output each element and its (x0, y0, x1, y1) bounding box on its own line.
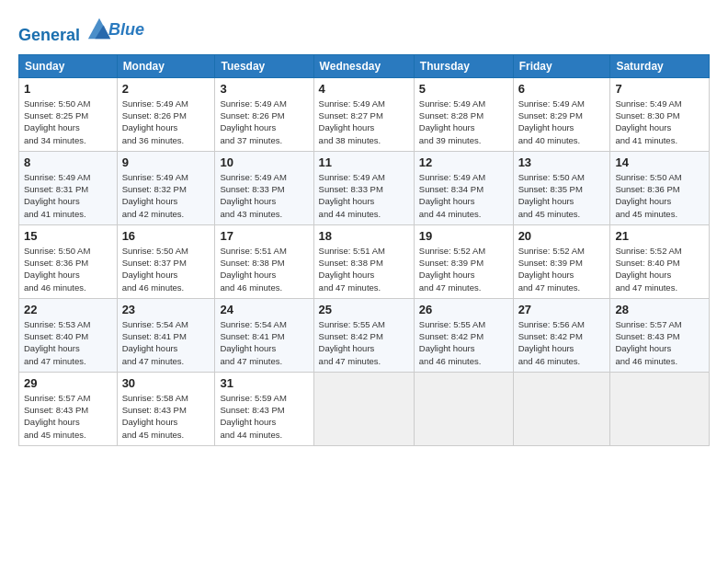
day-number: 24 (220, 303, 308, 316)
day-info: Sunrise: 5:58 AM Sunset: 8:43 PM Dayligh… (122, 392, 210, 441)
day-info: Sunrise: 5:57 AM Sunset: 8:43 PM Dayligh… (615, 318, 704, 367)
calendar-cell: 11 Sunrise: 5:49 AM Sunset: 8:33 PM Dayl… (313, 151, 414, 224)
calendar-cell: 3 Sunrise: 5:49 AM Sunset: 8:26 PM Dayli… (215, 77, 313, 151)
day-info: Sunrise: 5:51 AM Sunset: 8:38 PM Dayligh… (319, 245, 409, 293)
weekday-header: Thursday (414, 54, 513, 77)
calendar-cell: 28 Sunrise: 5:57 AM Sunset: 8:43 PM Dayl… (610, 298, 710, 372)
day-info: Sunrise: 5:56 AM Sunset: 8:42 PM Dayligh… (518, 318, 606, 367)
weekday-header: Tuesday (215, 54, 313, 77)
day-number: 21 (615, 229, 704, 243)
day-info: Sunrise: 5:49 AM Sunset: 8:26 PM Dayligh… (122, 98, 210, 146)
day-number: 15 (24, 229, 112, 243)
day-info: Sunrise: 5:49 AM Sunset: 8:34 PM Dayligh… (419, 171, 508, 220)
day-number: 29 (24, 376, 112, 390)
day-number: 14 (615, 155, 704, 169)
day-number: 8 (24, 155, 112, 169)
header: General Blue (18, 15, 710, 45)
calendar-cell: 29 Sunrise: 5:57 AM Sunset: 8:43 PM Dayl… (19, 372, 118, 445)
day-number: 30 (122, 376, 210, 390)
calendar-week-row: 22 Sunrise: 5:53 AM Sunset: 8:40 PM Dayl… (19, 298, 710, 372)
day-info: Sunrise: 5:51 AM Sunset: 8:38 PM Dayligh… (220, 245, 308, 293)
day-info: Sunrise: 5:50 AM Sunset: 8:36 PM Dayligh… (24, 245, 112, 293)
day-info: Sunrise: 5:49 AM Sunset: 8:30 PM Dayligh… (615, 98, 704, 146)
day-info: Sunrise: 5:53 AM Sunset: 8:40 PM Dayligh… (24, 318, 112, 367)
logo: General Blue (18, 15, 144, 45)
day-number: 22 (24, 303, 112, 316)
day-number: 1 (24, 82, 112, 96)
calendar-cell: 20 Sunrise: 5:52 AM Sunset: 8:39 PM Dayl… (513, 224, 610, 298)
day-info: Sunrise: 5:54 AM Sunset: 8:41 PM Dayligh… (220, 318, 308, 367)
calendar-cell: 7 Sunrise: 5:49 AM Sunset: 8:30 PM Dayli… (610, 77, 710, 151)
day-info: Sunrise: 5:50 AM Sunset: 8:37 PM Dayligh… (122, 245, 210, 293)
weekday-header: Saturday (610, 54, 710, 77)
calendar-cell: 5 Sunrise: 5:49 AM Sunset: 8:28 PM Dayli… (414, 77, 513, 151)
weekday-header: Friday (513, 54, 610, 77)
calendar-cell (313, 372, 414, 445)
day-info: Sunrise: 5:49 AM Sunset: 8:33 PM Dayligh… (220, 171, 308, 220)
calendar-cell (414, 372, 513, 445)
calendar-week-row: 15 Sunrise: 5:50 AM Sunset: 8:36 PM Dayl… (19, 224, 710, 298)
day-number: 6 (518, 82, 606, 96)
day-info: Sunrise: 5:50 AM Sunset: 8:25 PM Dayligh… (24, 98, 112, 146)
day-number: 31 (220, 376, 308, 390)
calendar-cell: 23 Sunrise: 5:54 AM Sunset: 8:41 PM Dayl… (117, 298, 215, 372)
calendar-cell: 22 Sunrise: 5:53 AM Sunset: 8:40 PM Dayl… (19, 298, 118, 372)
calendar-cell: 26 Sunrise: 5:55 AM Sunset: 8:42 PM Dayl… (414, 298, 513, 372)
day-number: 17 (220, 229, 308, 243)
day-number: 12 (419, 155, 508, 169)
day-number: 9 (122, 155, 210, 169)
logo-text: General (18, 15, 112, 45)
calendar-cell: 21 Sunrise: 5:52 AM Sunset: 8:40 PM Dayl… (610, 224, 710, 298)
day-number: 20 (518, 229, 606, 243)
day-number: 5 (419, 82, 508, 96)
calendar-cell: 4 Sunrise: 5:49 AM Sunset: 8:27 PM Dayli… (313, 77, 414, 151)
logo-blue-text: Blue (108, 21, 144, 40)
day-info: Sunrise: 5:52 AM Sunset: 8:39 PM Dayligh… (518, 245, 606, 293)
calendar-cell: 27 Sunrise: 5:56 AM Sunset: 8:42 PM Dayl… (513, 298, 610, 372)
calendar-week-row: 1 Sunrise: 5:50 AM Sunset: 8:25 PM Dayli… (19, 77, 710, 151)
calendar-cell (513, 372, 610, 445)
day-number: 27 (518, 303, 606, 316)
calendar-cell: 31 Sunrise: 5:59 AM Sunset: 8:43 PM Dayl… (215, 372, 313, 445)
day-number: 28 (615, 303, 704, 316)
calendar-cell: 8 Sunrise: 5:49 AM Sunset: 8:31 PM Dayli… (19, 151, 118, 224)
calendar-cell: 14 Sunrise: 5:50 AM Sunset: 8:36 PM Dayl… (610, 151, 710, 224)
calendar-cell: 12 Sunrise: 5:49 AM Sunset: 8:34 PM Dayl… (414, 151, 513, 224)
day-number: 2 (122, 82, 210, 96)
day-number: 19 (419, 229, 508, 243)
calendar-cell: 19 Sunrise: 5:52 AM Sunset: 8:39 PM Dayl… (414, 224, 513, 298)
day-info: Sunrise: 5:50 AM Sunset: 8:36 PM Dayligh… (615, 171, 704, 220)
calendar-week-row: 8 Sunrise: 5:49 AM Sunset: 8:31 PM Dayli… (19, 151, 710, 224)
day-number: 16 (122, 229, 210, 243)
calendar-cell: 9 Sunrise: 5:49 AM Sunset: 8:32 PM Dayli… (117, 151, 215, 224)
day-number: 4 (319, 82, 409, 96)
day-info: Sunrise: 5:49 AM Sunset: 8:31 PM Dayligh… (24, 171, 112, 220)
day-info: Sunrise: 5:49 AM Sunset: 8:29 PM Dayligh… (518, 98, 606, 146)
day-info: Sunrise: 5:55 AM Sunset: 8:42 PM Dayligh… (419, 318, 508, 367)
calendar-cell: 1 Sunrise: 5:50 AM Sunset: 8:25 PM Dayli… (19, 77, 118, 151)
calendar-week-row: 29 Sunrise: 5:57 AM Sunset: 8:43 PM Dayl… (19, 372, 710, 445)
calendar-table: SundayMondayTuesdayWednesdayThursdayFrid… (18, 54, 710, 446)
day-info: Sunrise: 5:49 AM Sunset: 8:28 PM Dayligh… (419, 98, 508, 146)
calendar-cell (610, 372, 710, 445)
day-info: Sunrise: 5:54 AM Sunset: 8:41 PM Dayligh… (122, 318, 210, 367)
calendar-header-row: SundayMondayTuesdayWednesdayThursdayFrid… (19, 54, 710, 77)
day-number: 18 (319, 229, 409, 243)
weekday-header: Sunday (19, 54, 118, 77)
calendar-cell: 2 Sunrise: 5:49 AM Sunset: 8:26 PM Dayli… (117, 77, 215, 151)
day-info: Sunrise: 5:50 AM Sunset: 8:35 PM Dayligh… (518, 171, 606, 220)
weekday-header: Wednesday (313, 54, 414, 77)
calendar-cell: 6 Sunrise: 5:49 AM Sunset: 8:29 PM Dayli… (513, 77, 610, 151)
day-info: Sunrise: 5:52 AM Sunset: 8:39 PM Dayligh… (419, 245, 508, 293)
day-number: 13 (518, 155, 606, 169)
day-number: 26 (419, 303, 508, 316)
day-info: Sunrise: 5:49 AM Sunset: 8:27 PM Dayligh… (319, 98, 409, 146)
day-number: 3 (220, 82, 308, 96)
calendar-cell: 25 Sunrise: 5:55 AM Sunset: 8:42 PM Dayl… (313, 298, 414, 372)
calendar-cell: 18 Sunrise: 5:51 AM Sunset: 8:38 PM Dayl… (313, 224, 414, 298)
day-number: 10 (220, 155, 308, 169)
calendar-cell: 24 Sunrise: 5:54 AM Sunset: 8:41 PM Dayl… (215, 298, 313, 372)
day-info: Sunrise: 5:57 AM Sunset: 8:43 PM Dayligh… (24, 392, 112, 441)
day-number: 7 (615, 82, 704, 96)
calendar-cell: 10 Sunrise: 5:49 AM Sunset: 8:33 PM Dayl… (215, 151, 313, 224)
